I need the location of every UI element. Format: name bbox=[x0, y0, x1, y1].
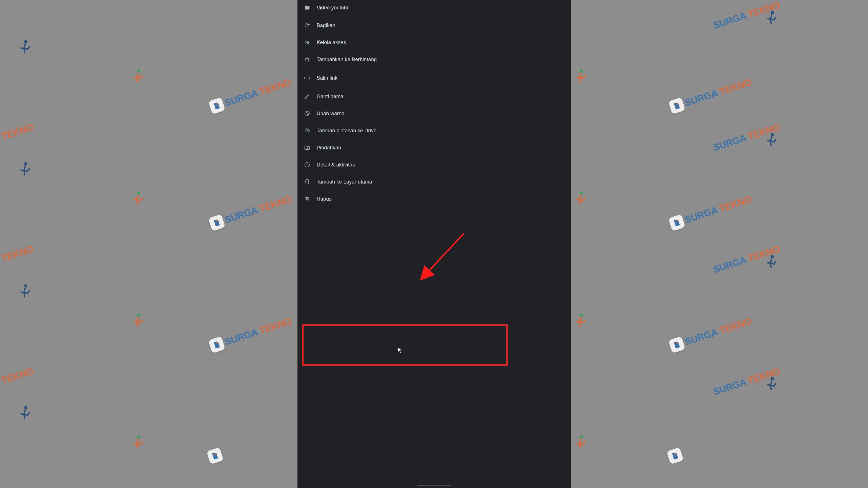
svg-point-18 bbox=[308, 41, 309, 42]
trash-icon bbox=[304, 195, 310, 202]
svg-point-4 bbox=[24, 284, 28, 288]
svg-point-24 bbox=[307, 163, 307, 164]
svg-point-13 bbox=[770, 254, 774, 258]
svg-point-22 bbox=[308, 113, 309, 114]
svg-point-15 bbox=[770, 376, 774, 380]
folder-icon bbox=[304, 4, 310, 11]
svg-point-14 bbox=[579, 435, 583, 439]
add-to-home-icon bbox=[304, 178, 310, 185]
svg-point-17 bbox=[305, 41, 307, 43]
svg-point-20 bbox=[306, 112, 307, 113]
menu-item-label: Tambah ke Layar utama bbox=[317, 179, 372, 185]
menu-item-add-homescreen[interactable]: Tambah ke Layar utama bbox=[297, 173, 571, 190]
drive-shortcut-icon bbox=[304, 127, 310, 134]
folder-move-icon bbox=[304, 144, 310, 151]
divider bbox=[315, 68, 571, 69]
svg-point-9 bbox=[770, 10, 774, 14]
svg-point-3 bbox=[136, 191, 141, 195]
svg-point-0 bbox=[24, 40, 28, 44]
pencil-icon bbox=[304, 93, 310, 100]
svg-point-2 bbox=[24, 162, 28, 166]
divider bbox=[297, 16, 571, 16]
svg-point-16 bbox=[306, 23, 307, 25]
menu-item-label: Tambah pintasan ke Drive bbox=[317, 128, 377, 134]
star-icon bbox=[304, 56, 310, 63]
people-icon bbox=[304, 39, 310, 46]
menu-item-label: Kelola akses bbox=[317, 39, 346, 45]
menu-item-copy-link[interactable]: Salin link bbox=[297, 69, 571, 87]
menu-item-label: Ubah warna bbox=[317, 111, 344, 117]
menu-item-label: Detail & aktivitas bbox=[317, 162, 355, 168]
menu-item-label: Salin link bbox=[317, 75, 337, 81]
menu-item-manage-access[interactable]: Kelola akses bbox=[297, 34, 571, 51]
screenshot-stage: SURGA TEKNO SURGA TEKNO SURGA TEKNO SURG… bbox=[0, 0, 868, 488]
bottom-gesture-bar bbox=[417, 485, 451, 486]
menu-item-change-color[interactable]: Ubah warna bbox=[297, 105, 571, 122]
menu-item-move[interactable]: Pindahkan bbox=[297, 139, 571, 156]
info-icon bbox=[304, 161, 310, 168]
menu-item-label: Bagikan bbox=[317, 23, 335, 28]
menu-item-label: Hapus bbox=[317, 196, 332, 202]
person-add-icon bbox=[304, 22, 310, 29]
svg-rect-25 bbox=[306, 180, 308, 184]
svg-point-21 bbox=[307, 112, 308, 113]
menu-header: Video youtube bbox=[297, 0, 571, 16]
menu-item-rename[interactable]: Ganti nama bbox=[297, 88, 571, 105]
svg-point-19 bbox=[306, 113, 306, 114]
svg-point-10 bbox=[579, 191, 583, 195]
menu-item-share[interactable]: Bagikan bbox=[297, 17, 571, 34]
divider bbox=[315, 87, 571, 87]
palette-icon bbox=[304, 110, 310, 117]
menu-header-label: Video youtube bbox=[317, 5, 350, 11]
menu-item-label: Pindahkan bbox=[317, 145, 341, 151]
svg-point-1 bbox=[136, 69, 141, 73]
svg-point-11 bbox=[770, 132, 774, 136]
svg-point-12 bbox=[579, 313, 583, 317]
svg-point-8 bbox=[579, 69, 583, 73]
menu-item-label: Tambahkan ke Berbintang bbox=[317, 57, 377, 63]
menu-item-add-starred[interactable]: Tambahkan ke Berbintang bbox=[297, 51, 571, 68]
menu-item-details[interactable]: Detail & aktivitas bbox=[297, 156, 571, 173]
svg-point-6 bbox=[24, 406, 28, 410]
svg-point-5 bbox=[136, 313, 141, 317]
menu-item-label: Ganti nama bbox=[317, 94, 343, 100]
context-menu-panel: Video youtube Bagikan Kelola akses Tamba… bbox=[297, 0, 571, 488]
link-icon bbox=[304, 74, 310, 81]
menu-item-remove[interactable]: Hapus bbox=[297, 190, 571, 208]
menu-item-add-shortcut[interactable]: Tambah pintasan ke Drive bbox=[297, 122, 571, 139]
svg-point-7 bbox=[136, 435, 141, 439]
